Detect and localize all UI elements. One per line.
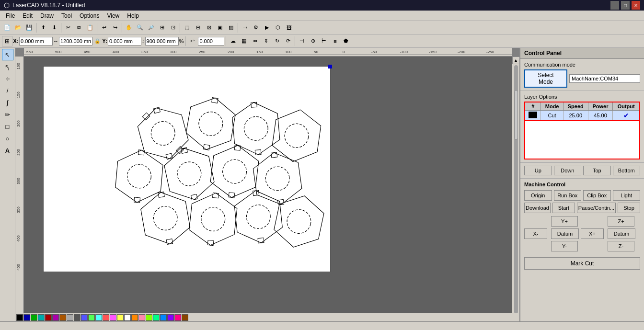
bezier-tool-button[interactable]: ∫ bbox=[2, 97, 13, 108]
bitmap-button[interactable]: 🖼 bbox=[284, 23, 294, 33]
down-button[interactable]: Down bbox=[554, 166, 582, 175]
copy-button[interactable]: ⧉ bbox=[74, 23, 84, 33]
maximize-button[interactable]: □ bbox=[621, 1, 630, 10]
datum-left-button[interactable]: Datum bbox=[551, 228, 579, 239]
color-brown[interactable] bbox=[59, 314, 66, 321]
mirror-v-button[interactable]: ⇕ bbox=[261, 36, 271, 46]
scroll-up-btn[interactable]: ▲ bbox=[512, 57, 520, 64]
color-cyan[interactable] bbox=[95, 314, 102, 321]
mark-cut-button[interactable]: Mark Cut bbox=[524, 257, 640, 270]
color-dark-cyan[interactable] bbox=[38, 314, 45, 321]
ungroup-button[interactable]: ▨ bbox=[226, 23, 236, 33]
freehand-tool-button[interactable]: ✏ bbox=[2, 109, 13, 120]
nodes-button[interactable]: ⬟ bbox=[341, 36, 351, 46]
color-dark-green[interactable] bbox=[31, 314, 37, 321]
cut-button[interactable]: ✂ bbox=[63, 23, 73, 33]
open-button[interactable]: 📂 bbox=[13, 23, 23, 33]
path-button[interactable]: ⬡ bbox=[273, 23, 283, 33]
group-button[interactable]: ▣ bbox=[215, 23, 225, 33]
cloud-button[interactable]: ☁ bbox=[228, 36, 238, 46]
x-minus-button[interactable]: X- bbox=[524, 228, 547, 239]
color-yellow[interactable] bbox=[117, 314, 124, 321]
zoom-fit-button[interactable]: ⊞ bbox=[157, 23, 167, 33]
start-button[interactable]: Start bbox=[552, 203, 575, 213]
width-input[interactable] bbox=[59, 37, 92, 46]
ellipse-tool-button[interactable]: ○ bbox=[2, 133, 13, 144]
scroll-v-track[interactable] bbox=[514, 65, 518, 314]
color-black[interactable] bbox=[16, 314, 23, 321]
angle-input[interactable] bbox=[198, 37, 224, 46]
color-dark-red[interactable] bbox=[45, 314, 52, 321]
light-button[interactable]: Light bbox=[613, 190, 641, 201]
scrollbar-v[interactable]: ▲ ▼ bbox=[512, 57, 519, 322]
undo-button[interactable]: ↩ bbox=[99, 23, 109, 33]
text-edit-button[interactable]: ⊹ bbox=[2, 73, 13, 84]
close-button[interactable]: ✕ bbox=[632, 1, 640, 10]
paste-button[interactable]: 📋 bbox=[85, 23, 95, 33]
color-purple[interactable] bbox=[167, 314, 174, 321]
distribute-button[interactable]: ≡ bbox=[330, 36, 340, 46]
flip-button[interactable]: ⟳ bbox=[283, 36, 293, 46]
color-magenta[interactable] bbox=[110, 314, 116, 321]
height-input[interactable] bbox=[145, 37, 179, 46]
download-button[interactable]: Download bbox=[524, 203, 551, 213]
color-red[interactable] bbox=[103, 314, 109, 321]
datum-right-button[interactable]: Datum bbox=[608, 228, 635, 239]
color-white[interactable] bbox=[124, 314, 131, 321]
menu-options[interactable]: Options bbox=[76, 11, 103, 20]
color-dark-magenta[interactable] bbox=[52, 314, 59, 321]
align-left-button[interactable]: ⊣ bbox=[297, 36, 307, 46]
rect-tool-button[interactable]: □ bbox=[2, 121, 13, 132]
y-minus-button[interactable]: Y- bbox=[551, 241, 578, 251]
x-input[interactable] bbox=[19, 37, 53, 46]
zoom-in-button[interactable]: 🔍 bbox=[135, 23, 145, 33]
color-dark-orange[interactable] bbox=[182, 314, 188, 321]
line-tool-button[interactable]: / bbox=[2, 85, 13, 96]
y-input[interactable] bbox=[108, 37, 141, 46]
pan-button[interactable]: ✋ bbox=[124, 23, 134, 33]
x-plus-button[interactable]: X+ bbox=[581, 228, 604, 239]
invert-select-button[interactable]: ⊠ bbox=[204, 23, 214, 33]
color-spring-green[interactable] bbox=[153, 314, 160, 321]
menu-tool[interactable]: Tool bbox=[58, 11, 76, 20]
menu-view[interactable]: View bbox=[103, 11, 123, 20]
text-tool-button[interactable]: A bbox=[2, 145, 13, 156]
param-button[interactable]: ⚙ bbox=[251, 23, 261, 33]
minimize-button[interactable]: – bbox=[610, 1, 619, 10]
color-sky-blue[interactable] bbox=[160, 314, 167, 321]
export-button[interactable]: ⬇ bbox=[49, 23, 59, 33]
color-light-gray[interactable] bbox=[67, 314, 73, 321]
save-button[interactable]: 💾 bbox=[24, 23, 34, 33]
color-dark-gray[interactable] bbox=[74, 314, 80, 321]
select-tool-button[interactable]: ↖ bbox=[2, 49, 13, 60]
zoom-out-button[interactable]: 🔎 bbox=[146, 23, 156, 33]
lock-btn[interactable]: 🔒 bbox=[93, 37, 102, 46]
menu-help[interactable]: Help bbox=[123, 11, 143, 20]
scroll-v-thumb[interactable] bbox=[514, 90, 518, 140]
select-all-button[interactable]: ⬚ bbox=[182, 23, 192, 33]
z-minus-button[interactable]: Z- bbox=[608, 241, 634, 251]
color-blue[interactable] bbox=[81, 314, 88, 321]
stop-button[interactable]: Stop bbox=[618, 203, 640, 213]
color-lime[interactable] bbox=[146, 314, 152, 321]
z-plus-button[interactable]: Z+ bbox=[608, 216, 634, 227]
undo2-button[interactable]: ↩ bbox=[187, 36, 197, 46]
array-button[interactable]: ▦ bbox=[239, 36, 249, 46]
origin-button[interactable]: Origin bbox=[524, 190, 552, 201]
simulate-button[interactable]: ▶ bbox=[262, 23, 272, 33]
deselect-button[interactable]: ⊟ bbox=[193, 23, 203, 33]
up-button[interactable]: Up bbox=[524, 166, 552, 175]
y-plus-button[interactable]: Y+ bbox=[551, 216, 578, 227]
color-orange[interactable] bbox=[131, 314, 138, 321]
color-hot-pink[interactable] bbox=[174, 314, 181, 321]
color-dark-blue[interactable] bbox=[23, 314, 30, 321]
menu-draw[interactable]: Draw bbox=[36, 11, 58, 20]
select-mode-button[interactable]: Select Mode bbox=[524, 69, 567, 88]
mach-name-input[interactable] bbox=[569, 74, 640, 83]
mirror-h-button[interactable]: ⇔ bbox=[250, 36, 260, 46]
bottom-button[interactable]: Bottom bbox=[613, 166, 641, 175]
import-button[interactable]: ⬆ bbox=[38, 23, 48, 33]
menu-file[interactable]: File bbox=[2, 11, 19, 20]
layer-row-0[interactable]: Cut 25.00 45.00 ✔ bbox=[525, 111, 640, 121]
rotate-button[interactable]: ↻ bbox=[272, 36, 282, 46]
